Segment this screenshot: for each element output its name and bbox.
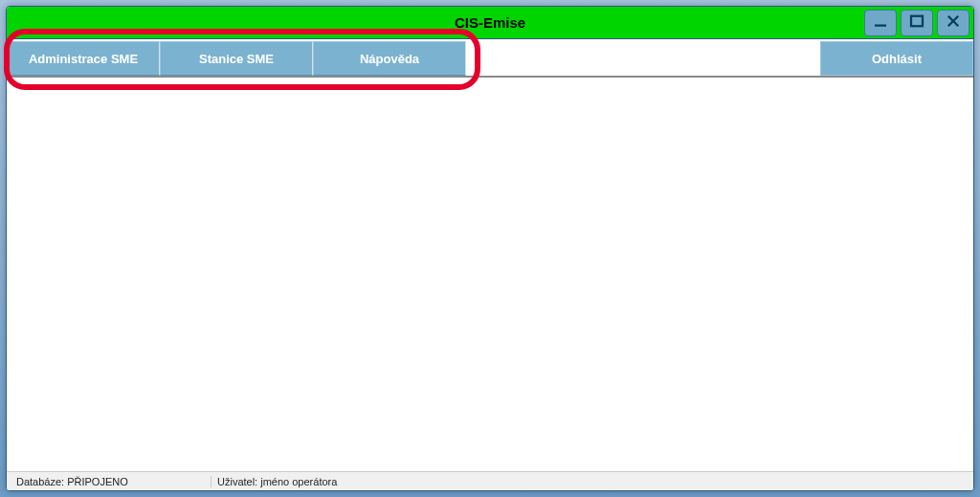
minimize-button[interactable]: [864, 10, 897, 36]
window-title: CIS-Emise: [7, 14, 973, 31]
main-content-area: [7, 78, 973, 471]
logout-label: Odhlásit: [872, 52, 922, 66]
close-icon: [945, 12, 962, 34]
logout-button[interactable]: Odhlásit: [820, 41, 973, 76]
status-user: Uživatel: jméno operátora: [212, 476, 969, 487]
minimize-icon: [872, 12, 889, 34]
window-controls: [864, 10, 969, 36]
maximize-icon: [908, 12, 925, 34]
menubar-spacer: [466, 39, 820, 76]
svg-rect-1: [911, 16, 923, 27]
menu-item-napoveda[interactable]: Nápověda: [313, 41, 466, 76]
menu-item-administrace[interactable]: Administrace SME: [7, 41, 160, 76]
menu-item-label: Nápověda: [360, 52, 419, 66]
menu-item-stanice[interactable]: Stanice SME: [160, 41, 313, 76]
menubar: Administrace SME Stanice SME Nápověda Od…: [7, 39, 973, 78]
menu-item-label: Administrace SME: [29, 52, 138, 66]
status-database: Databáze: PŘIPOJENO: [11, 476, 212, 487]
titlebar: CIS-Emise: [7, 7, 973, 39]
statusbar: Databáze: PŘIPOJENO Uživatel: jméno oper…: [7, 471, 973, 490]
application-window: CIS-Emise: [6, 6, 974, 491]
maximize-button[interactable]: [901, 10, 933, 36]
menu-item-label: Stanice SME: [199, 52, 274, 66]
close-button[interactable]: [937, 10, 969, 36]
